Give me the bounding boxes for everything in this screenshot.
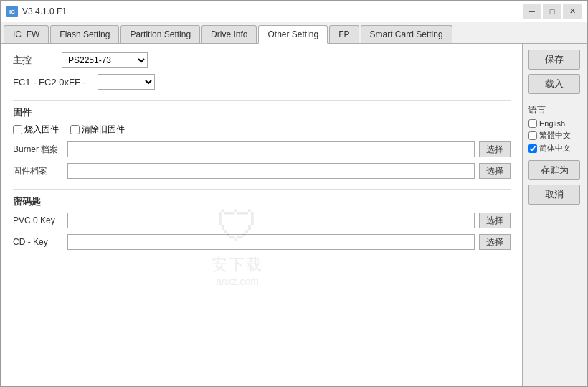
- window-title: V3.4.1.0 F1: [22, 6, 523, 17]
- tab-fp[interactable]: FP: [329, 25, 359, 43]
- tab-partition-setting[interactable]: Partition Setting: [120, 25, 200, 43]
- tab-drive-info[interactable]: Drive Info: [201, 25, 257, 43]
- title-bar: IC V3.4.1.0 F1 ─ □ ✕: [1, 1, 587, 22]
- clear-old-checkbox-item[interactable]: 清除旧固件: [70, 123, 125, 136]
- burner-file-row: Burner 档案 选择: [13, 141, 511, 157]
- firmware-file-label: 固件档案: [13, 165, 63, 177]
- cd-label: CD - Key: [13, 237, 63, 247]
- burn-firmware-label: 烧入固件: [24, 123, 59, 136]
- fc-select[interactable]: [98, 74, 155, 90]
- tab-bar: IC_FW Flash Setting Partition Setting Dr…: [1, 22, 587, 44]
- tab-flash-setting[interactable]: Flash Setting: [50, 25, 119, 43]
- cd-input[interactable]: [67, 234, 475, 250]
- lang-simplified-checkbox[interactable]: [528, 144, 537, 153]
- firmware-title: 固件: [13, 106, 511, 119]
- cancel-button[interactable]: 取消: [528, 185, 580, 205]
- cd-select-button[interactable]: 选择: [479, 234, 511, 250]
- tab-ic-fw[interactable]: IC_FW: [4, 25, 49, 43]
- burn-firmware-checkbox-item[interactable]: 烧入固件: [13, 123, 59, 136]
- firmware-checkbox-row: 烧入固件 清除旧固件: [13, 123, 511, 136]
- clear-old-checkbox[interactable]: [70, 125, 80, 134]
- fc-row: FC1 - FC2 0xFF -: [13, 74, 511, 90]
- window-controls: ─ □ ✕: [523, 4, 582, 19]
- close-button[interactable]: ✕: [563, 4, 582, 19]
- fc-label: FC1 - FC2 0xFF -: [13, 77, 92, 88]
- main-window: IC V3.4.1.0 F1 ─ □ ✕ IC_FW Flash Setting…: [0, 0, 588, 387]
- content-area: 🛡 安下载 anxz.com 主控 PS2251-73 PS2251-68 PS…: [1, 44, 587, 386]
- clear-old-label: 清除旧固件: [82, 123, 125, 136]
- side-panel: 保存 载入 语言 English 繁體中文 简体中文 存贮为 取消: [523, 44, 587, 386]
- password-title: 密码匙: [13, 195, 511, 208]
- tab-other-setting[interactable]: Other Setting: [258, 25, 328, 44]
- firmware-select-button[interactable]: 选择: [479, 163, 511, 179]
- svg-text:IC: IC: [9, 9, 15, 15]
- lang-traditional-checkbox[interactable]: [528, 131, 537, 140]
- lang-english-label: English: [539, 119, 565, 128]
- save-as-button[interactable]: 存贮为: [528, 160, 580, 180]
- app-icon: IC: [6, 6, 18, 17]
- load-button[interactable]: 载入: [528, 74, 580, 94]
- pvc-row: PVC 0 Key 选择: [13, 213, 511, 228]
- lang-simplified-label: 简体中文: [539, 143, 571, 154]
- maximize-button[interactable]: □: [543, 4, 561, 19]
- main-control-label: 主控: [13, 54, 56, 67]
- main-panel-wrapper: 🛡 安下载 anxz.com 主控 PS2251-73 PS2251-68 PS…: [1, 44, 523, 386]
- language-title: 语言: [528, 104, 582, 116]
- lang-traditional-item[interactable]: 繁體中文: [528, 130, 582, 141]
- minimize-button[interactable]: ─: [523, 4, 541, 19]
- main-panel: 🛡 安下载 anxz.com 主控 PS2251-73 PS2251-68 PS…: [1, 44, 523, 386]
- main-control-select[interactable]: PS2251-73 PS2251-68 PS2251-50: [62, 52, 148, 68]
- main-control-row: 主控 PS2251-73 PS2251-68 PS2251-50: [13, 52, 511, 68]
- firmware-file-row: 固件档案 选择: [13, 163, 511, 179]
- save-button[interactable]: 保存: [528, 50, 580, 70]
- password-section: 密码匙 PVC 0 Key 选择 CD - Key 选择: [13, 189, 511, 250]
- lang-english-checkbox[interactable]: [528, 119, 537, 128]
- burner-select-button[interactable]: 选择: [479, 141, 511, 157]
- pvc-input[interactable]: [67, 213, 475, 228]
- burner-input[interactable]: [67, 141, 475, 157]
- lang-english-item[interactable]: English: [528, 119, 582, 128]
- firmware-input[interactable]: [67, 163, 475, 179]
- firmware-section: 固件 烧入固件 清除旧固件 Burner 档案: [13, 100, 511, 179]
- pvc-select-button[interactable]: 选择: [479, 213, 511, 228]
- lang-traditional-label: 繁體中文: [539, 130, 571, 141]
- watermark-url: anxz.com: [216, 276, 259, 287]
- language-section: 语言 English 繁體中文 简体中文: [528, 104, 582, 156]
- pvc-label: PVC 0 Key: [13, 215, 63, 225]
- burn-firmware-checkbox[interactable]: [13, 125, 22, 134]
- cd-row: CD - Key 选择: [13, 234, 511, 250]
- watermark-text: 安下载: [212, 254, 263, 276]
- lang-simplified-item[interactable]: 简体中文: [528, 143, 582, 154]
- tab-smart-card-setting[interactable]: Smart Card Setting: [361, 25, 452, 43]
- burner-label: Burner 档案: [13, 144, 63, 156]
